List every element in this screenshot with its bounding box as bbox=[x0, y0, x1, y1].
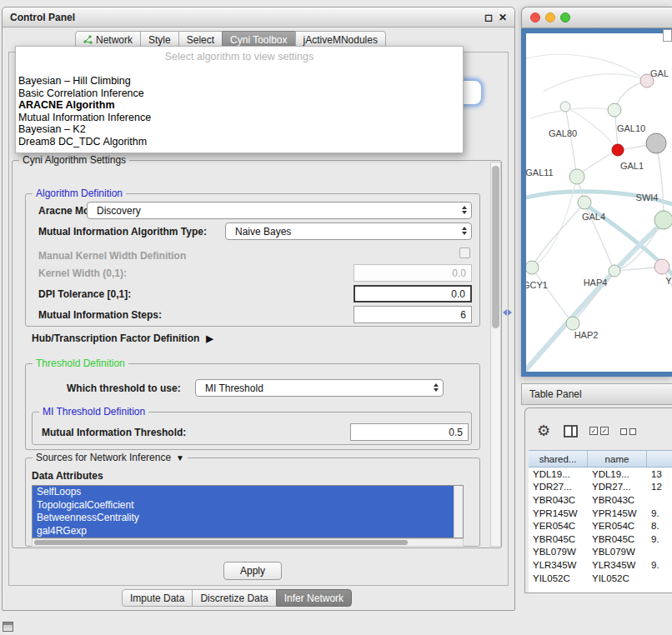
docked-panel-icon[interactable] bbox=[3, 622, 13, 632]
table-cell: 9. bbox=[647, 534, 672, 544]
tab-label: Infer Network bbox=[284, 592, 344, 604]
sources-expander[interactable]: Sources for Network Inference ▼ bbox=[33, 452, 188, 463]
algorithm-option[interactable]: Mutual Information Inference bbox=[16, 112, 463, 124]
algorithm-combobox[interactable] bbox=[462, 80, 482, 105]
mi-algorithm-type-select[interactable]: Naive Bayes bbox=[225, 222, 472, 240]
network-node[interactable] bbox=[609, 265, 620, 277]
table-cell: YER054C bbox=[529, 521, 588, 531]
data-attributes-list[interactable]: SelfLoops TopologicalCoefficient Between… bbox=[32, 485, 464, 538]
network-node[interactable] bbox=[566, 317, 579, 330]
network-edge[interactable] bbox=[526, 54, 647, 81]
hide-all-columns-icon[interactable] bbox=[620, 428, 636, 435]
network-edge[interactable] bbox=[530, 108, 614, 118]
close-traffic-light-icon[interactable] bbox=[530, 12, 540, 22]
algorithm-option[interactable]: Dream8 DC_TDC Algorithm bbox=[16, 136, 463, 148]
columns-icon[interactable] bbox=[564, 425, 578, 438]
network-node-label: SWI4 bbox=[636, 192, 659, 202]
list-scrollbar[interactable] bbox=[454, 486, 463, 538]
network-edge[interactable] bbox=[532, 268, 573, 323]
zoom-traffic-light-icon[interactable] bbox=[560, 12, 570, 22]
minimize-traffic-light-icon[interactable] bbox=[545, 12, 555, 22]
mi-steps-input[interactable]: 6 bbox=[354, 306, 472, 323]
list-item[interactable]: BetweennessCentrality bbox=[33, 512, 454, 525]
show-all-columns-icon[interactable]: ✓ ✓ bbox=[589, 427, 609, 435]
column-header[interactable]: shared... bbox=[529, 451, 588, 467]
tab-label: Discretize Data bbox=[200, 592, 268, 604]
table-cell: YLR345W bbox=[529, 560, 588, 570]
control-panel-titlebar[interactable]: Control Panel ◻ ✕ bbox=[3, 8, 514, 28]
network-edge[interactable] bbox=[565, 107, 577, 177]
table-cell: YDL19... bbox=[588, 469, 647, 479]
aracne-mode-select[interactable]: Discovery bbox=[87, 202, 472, 219]
network-canvas-svg[interactable]: GALGAL80GAL10GAL11GAL1SWI4GAL4GCY1HAP4YH… bbox=[526, 33, 672, 372]
hub-factor-expander[interactable]: Hub/Transcription Factor Definition ▶ bbox=[32, 332, 213, 344]
network-node-label: HAP2 bbox=[574, 330, 599, 340]
kernel-width-input[interactable]: 0.0 bbox=[354, 264, 472, 282]
expanded-arrow-icon[interactable]: ▼ bbox=[176, 453, 184, 462]
list-item[interactable]: SelfLoops bbox=[33, 486, 454, 499]
network-node-label: GAL80 bbox=[549, 128, 577, 138]
table-row[interactable]: YDL19...YDL19...13 bbox=[529, 468, 672, 481]
network-window-titlebar[interactable] bbox=[521, 7, 672, 28]
apply-button[interactable]: Apply bbox=[223, 562, 282, 580]
kernel-width-label: Kernel Width (0,1): bbox=[38, 268, 127, 279]
list-item[interactable]: TopologicalCoefficient bbox=[33, 499, 454, 512]
table-row[interactable]: YBR043CYBR043C bbox=[529, 493, 672, 507]
algorithm-option[interactable]: Bayesian – K2 bbox=[16, 123, 463, 136]
list-item[interactable]: gal4RGexp bbox=[33, 525, 454, 538]
network-node[interactable] bbox=[526, 261, 539, 274]
overview-widget[interactable] bbox=[663, 29, 672, 42]
table-row[interactable]: YDR27...YDR27...12 bbox=[529, 481, 672, 494]
network-edge[interactable] bbox=[543, 74, 647, 92]
tab-infer-network[interactable]: Infer Network bbox=[276, 589, 352, 607]
dpi-tolerance-input[interactable]: 0.0 bbox=[354, 285, 472, 302]
settings-scrollbar[interactable] bbox=[490, 162, 501, 547]
gear-icon[interactable]: ⚙ bbox=[537, 423, 550, 438]
algorithm-option-selected[interactable]: ARACNE Algorithm bbox=[16, 99, 463, 112]
table-cell: YLR345W bbox=[588, 560, 647, 570]
table-row[interactable]: YPR145WYPR145W9. bbox=[529, 507, 672, 520]
network-canvas[interactable]: GALGAL80GAL10GAL11GAL1SWI4GAL4GCY1HAP4YH… bbox=[526, 33, 672, 372]
network-tab-icon bbox=[83, 35, 93, 44]
column-header[interactable] bbox=[647, 451, 672, 467]
manual-kernel-width-checkbox[interactable] bbox=[459, 248, 470, 258]
network-node[interactable] bbox=[654, 211, 672, 229]
float-window-icon[interactable]: ◻ bbox=[484, 12, 493, 22]
list-horizontal-scrollbar[interactable] bbox=[32, 538, 464, 547]
collapsed-arrow-icon[interactable]: ▶ bbox=[206, 333, 213, 344]
mi-threshold-input[interactable]: 0.5 bbox=[350, 423, 469, 441]
network-node[interactable] bbox=[569, 169, 584, 184]
table-row[interactable]: YLR345WYLR345W9. bbox=[529, 558, 672, 572]
table-row[interactable]: YER054CYER054C8. bbox=[529, 519, 672, 532]
table-cell: YBR043C bbox=[529, 495, 588, 505]
network-node[interactable] bbox=[654, 259, 669, 274]
network-node[interactable] bbox=[578, 196, 591, 209]
tab-discretize-data[interactable]: Discretize Data bbox=[192, 589, 276, 607]
table-cell: 8. bbox=[647, 521, 672, 531]
scrollbar-thumb[interactable] bbox=[34, 540, 408, 545]
mi-steps-label: Mutual Information Steps: bbox=[38, 309, 162, 321]
network-node[interactable] bbox=[560, 102, 570, 112]
mi-algorithm-type-label: Mutual Information Algorithm Type: bbox=[38, 226, 207, 238]
column-header[interactable]: name bbox=[588, 451, 647, 467]
close-window-icon[interactable]: ✕ bbox=[499, 12, 507, 22]
table-header[interactable]: shared... name bbox=[529, 450, 672, 468]
table-row[interactable]: YIL052CYIL052C bbox=[529, 572, 672, 585]
table-cell: YIL052C bbox=[588, 573, 647, 583]
which-threshold-select[interactable]: MI Threshold bbox=[195, 379, 444, 397]
network-edge[interactable] bbox=[656, 143, 664, 220]
network-node[interactable] bbox=[646, 133, 666, 153]
algorithm-option[interactable]: Basic Correlation Inference bbox=[16, 88, 463, 100]
table-panel-titlebar[interactable]: Table Panel bbox=[521, 383, 672, 405]
tab-impute-data[interactable]: Impute Data bbox=[122, 589, 193, 607]
network-node[interactable] bbox=[608, 103, 621, 117]
network-node-label: GAL11 bbox=[526, 168, 554, 178]
panel-splitter-handle[interactable] bbox=[503, 309, 512, 316]
group-title: MI Threshold Definition bbox=[39, 406, 148, 418]
network-node[interactable] bbox=[612, 144, 624, 156]
table-row[interactable]: YBR045CYBR045C9. bbox=[529, 532, 672, 546]
table-cell: YPR145W bbox=[529, 508, 588, 518]
algorithm-option[interactable]: Bayesian – Hill Climbing bbox=[16, 75, 463, 88]
scrollbar-thumb[interactable] bbox=[492, 166, 499, 328]
table-row[interactable]: YBL079WYBL079W bbox=[529, 546, 672, 559]
